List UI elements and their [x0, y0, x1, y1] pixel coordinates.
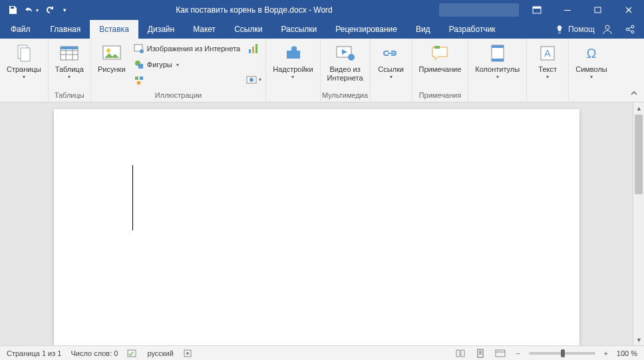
redo-button[interactable]	[41, 1, 59, 19]
group-addins: Надстройки ▾	[266, 39, 320, 102]
svg-rect-18	[135, 77, 138, 80]
symbols-button[interactable]: Ω Символы ▾	[573, 41, 610, 81]
svg-rect-29	[492, 45, 504, 48]
svg-rect-30	[492, 59, 504, 61]
tab-references[interactable]: Ссылки	[225, 20, 271, 39]
svg-rect-11	[61, 47, 78, 49]
headerfooter-label: Колонтитулы	[475, 65, 520, 74]
headerfooter-button[interactable]: Колонтитулы ▾	[472, 41, 522, 81]
tab-developer[interactable]: Разработчик	[440, 20, 505, 39]
svg-text:Ω: Ω	[587, 46, 597, 61]
group-headerfooter: Колонтитулы ▾	[468, 39, 527, 102]
pages-button[interactable]: Страницы ▾	[4, 41, 44, 81]
zoom-thumb[interactable]	[561, 349, 565, 357]
spellcheck-button[interactable]	[127, 349, 138, 358]
svg-point-36	[186, 352, 189, 355]
tab-layout[interactable]: Макет	[184, 20, 225, 39]
tab-review[interactable]: Рецензирование	[326, 20, 406, 39]
read-mode-button[interactable]	[453, 347, 468, 359]
shapes-label: Фигуры	[147, 61, 172, 69]
svg-rect-19	[140, 77, 143, 80]
svg-rect-23	[255, 44, 257, 53]
tab-home[interactable]: Главная	[41, 20, 90, 39]
zoom-in-button[interactable]: +	[601, 349, 611, 357]
window-controls	[522, 0, 644, 20]
svg-rect-3	[595, 7, 601, 13]
group-symbols-label	[569, 90, 614, 102]
zoom-out-button[interactable]: −	[513, 349, 524, 357]
video-icon	[335, 43, 356, 64]
online-video-button[interactable]: Видео из Интернета	[325, 41, 366, 84]
links-label: Ссылки	[378, 65, 404, 74]
svg-point-7	[631, 31, 634, 33]
online-pictures-button[interactable]: Изображения из Интернета	[131, 41, 243, 56]
zoom-slider[interactable]	[529, 352, 595, 355]
comment-button[interactable]: Примечание	[416, 41, 464, 75]
text-button[interactable]: A Текст ▾	[531, 41, 564, 81]
tab-insert[interactable]: Вставка	[90, 20, 138, 39]
share-button[interactable]	[620, 20, 640, 39]
tell-me[interactable]: Помощ	[555, 25, 595, 34]
pictures-button[interactable]: Рисунки	[95, 41, 128, 75]
page-status[interactable]: Страница 1 из 1	[7, 349, 61, 357]
document-canvas[interactable]	[0, 102, 633, 345]
share-icon	[625, 24, 635, 35]
language-label: русский	[147, 349, 173, 357]
chevron-down-icon: ▾	[68, 74, 71, 80]
undo-button[interactable]: ▾	[23, 1, 40, 19]
title-bar: ▾ ▾ Как поставить корень в Ворде.docx - …	[0, 0, 644, 20]
tab-file[interactable]: Файл	[0, 20, 41, 39]
svg-rect-20	[137, 81, 140, 85]
links-button[interactable]: Ссылки ▾	[375, 41, 408, 81]
table-icon	[59, 43, 80, 64]
collapse-ribbon-button[interactable]	[628, 87, 640, 99]
chevron-down-icon: ▾	[291, 74, 294, 80]
shapes-button[interactable]: Фигуры ▾	[131, 57, 243, 72]
group-pages-label	[0, 90, 48, 102]
tab-design[interactable]: Дизайн	[138, 20, 184, 39]
group-illustrations-label: Иллюстрации	[91, 90, 265, 102]
page[interactable]	[54, 109, 579, 345]
group-text: A Текст ▾	[527, 39, 569, 102]
language-button[interactable]: русский	[147, 349, 173, 357]
save-button[interactable]	[4, 1, 21, 19]
pages-label: Страницы	[7, 65, 41, 74]
svg-point-27	[348, 54, 355, 61]
page-icon	[476, 349, 485, 358]
scroll-down-button[interactable]: ▼	[633, 334, 644, 345]
document-area	[0, 102, 633, 345]
zoom-level[interactable]: 100 %	[617, 349, 637, 357]
chart-button[interactable]	[245, 41, 261, 56]
qat-customize-button[interactable]: ▾	[60, 1, 69, 19]
scroll-thumb[interactable]	[635, 114, 643, 194]
group-tables-label: Таблицы	[49, 90, 90, 102]
group-pages: Страницы ▾	[0, 39, 49, 102]
tab-mailings[interactable]: Рассылки	[271, 20, 326, 39]
group-comments-label: Примечания	[412, 90, 468, 102]
close-button[interactable]	[613, 0, 644, 20]
smartart-button[interactable]	[131, 73, 147, 88]
scroll-up-button[interactable]: ▲	[633, 102, 644, 114]
screenshot-button[interactable]: ▾	[245, 72, 261, 87]
symbols-label: Символы	[575, 65, 607, 74]
print-layout-button[interactable]	[473, 347, 488, 359]
account-button[interactable]	[597, 20, 617, 39]
svg-rect-1	[533, 7, 541, 9]
tell-me-label: Помощ	[568, 25, 595, 34]
group-headerfooter-label	[468, 90, 526, 102]
tab-view[interactable]: Вид	[406, 20, 440, 39]
maximize-button[interactable]	[583, 0, 613, 20]
minimize-button[interactable]	[552, 0, 583, 20]
macro-button[interactable]	[183, 349, 192, 358]
web-layout-button[interactable]	[493, 347, 508, 359]
vertical-scrollbar[interactable]: ▲ ▼	[633, 102, 644, 345]
comment-icon	[429, 43, 450, 64]
word-count[interactable]: Число слов: 0	[71, 349, 118, 357]
addins-button[interactable]: Надстройки ▾	[270, 41, 315, 81]
ribbon-tabs: Файл Главная Вставка Дизайн Макет Ссылки…	[0, 20, 644, 39]
online-pictures-icon	[134, 43, 144, 54]
macro-icon	[183, 349, 192, 358]
table-button[interactable]: Таблица ▾	[53, 41, 86, 81]
ribbon-display-button[interactable]	[522, 0, 552, 20]
group-text-label	[527, 90, 568, 102]
